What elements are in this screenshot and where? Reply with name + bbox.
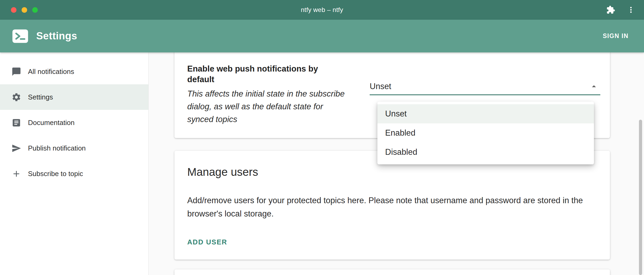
setting-description: This affects the initial state in the su… <box>187 88 347 126</box>
web-push-default-select[interactable]: Unset <box>370 82 600 95</box>
sidebar-item-settings[interactable]: Settings <box>0 84 148 110</box>
sidebar-item-documentation[interactable]: Documentation <box>0 110 148 135</box>
add-user-button[interactable]: ADD USER <box>187 235 227 249</box>
sign-in-button[interactable]: SIGN IN <box>599 29 632 43</box>
menu-option-unset[interactable]: Unset <box>377 104 594 123</box>
sidebar: All notifications Settings Documentation… <box>0 52 149 275</box>
titlebar-actions <box>606 0 635 20</box>
setting-text-block: Enable web push notifications by default… <box>187 52 347 138</box>
gear-icon <box>11 92 21 102</box>
ntfy-logo <box>12 28 29 45</box>
appbar: Settings SIGN IN <box>0 20 644 52</box>
sidebar-item-label: Publish notification <box>28 144 86 152</box>
close-window-button[interactable] <box>11 7 17 13</box>
select-dropdown-menu: Unset Enabled Disabled <box>377 102 594 164</box>
puzzle-icon[interactable] <box>606 5 615 14</box>
sidebar-item-all-notifications[interactable]: All notifications <box>0 59 148 84</box>
vertical-scrollbar-thumb[interactable] <box>639 120 642 275</box>
sidebar-item-subscribe-to-topic[interactable]: Subscribe to topic <box>0 161 148 186</box>
page-title: Settings <box>36 30 77 42</box>
send-icon <box>11 143 21 153</box>
menu-option-disabled[interactable]: Disabled <box>377 143 594 162</box>
arrow-up-icon <box>589 82 599 91</box>
kebab-menu-icon[interactable] <box>626 5 635 14</box>
plus-icon <box>11 169 21 179</box>
sidebar-item-publish-notification[interactable]: Publish notification <box>0 135 148 161</box>
minimize-window-button[interactable] <box>22 7 27 13</box>
select-value: Unset <box>370 82 391 91</box>
manage-users-description: Add/remove users for your protected topi… <box>187 194 597 220</box>
manage-users-card: Manage users Add/remove users for your p… <box>174 151 610 260</box>
window-controls <box>11 0 38 20</box>
window-title: ntfy web – ntfy <box>301 6 343 14</box>
sidebar-item-label: Settings <box>28 93 53 101</box>
sidebar-item-label: Documentation <box>28 119 75 127</box>
next-card-partial <box>174 269 610 275</box>
chat-bubble-icon <box>11 67 21 77</box>
screen: ntfy web – ntfy Settings SIGN IN All not… <box>0 0 644 275</box>
sidebar-item-label: Subscribe to topic <box>28 170 83 178</box>
setting-title: Enable web push notifications by default <box>187 64 347 85</box>
menu-option-enabled[interactable]: Enabled <box>377 123 594 143</box>
article-icon <box>11 118 21 128</box>
manage-users-title: Manage users <box>187 166 597 178</box>
sidebar-item-label: All notifications <box>28 68 74 76</box>
maximize-window-button[interactable] <box>32 7 38 13</box>
window-titlebar: ntfy web – ntfy <box>0 0 644 20</box>
